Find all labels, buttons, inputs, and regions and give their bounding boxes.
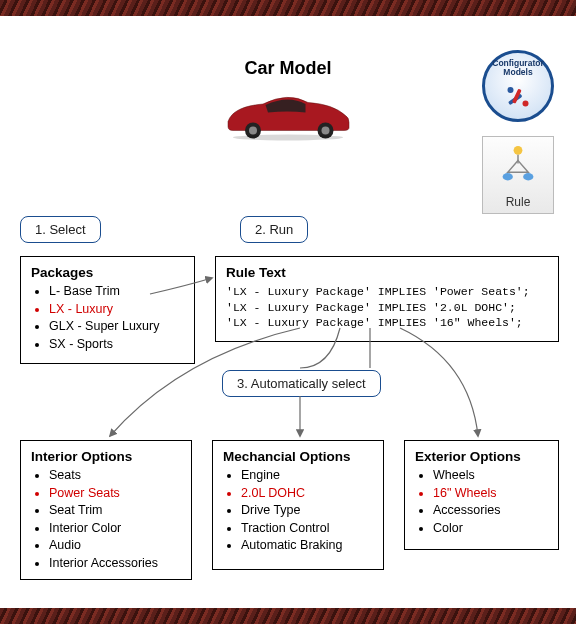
list-item: Wheels (433, 467, 548, 485)
mechanical-title: Mechancial Options (223, 449, 373, 464)
list-item: Power Seats (49, 485, 181, 503)
step-3-auto-select: 3. Automatically select (222, 370, 381, 397)
svg-point-12 (503, 173, 513, 180)
mechanical-list: Engine2.0L DOHCDrive TypeTraction Contro… (223, 467, 373, 555)
list-item: Automatic Braking (241, 537, 373, 555)
rule-text-title: Rule Text (226, 265, 548, 280)
list-item: 2.0L DOHC (241, 485, 373, 503)
list-item: Interior Accessories (49, 555, 181, 573)
list-item: Accessories (433, 502, 548, 520)
mechanical-options-box: Mechancial Options Engine2.0L DOHCDrive … (212, 440, 384, 570)
diagram-content: Car Model Configurator Models Ru (0, 16, 576, 608)
packages-box: Packages L- Base TrimLX - LuxuryGLX - Su… (20, 256, 195, 364)
rule-box: Rule (482, 136, 554, 214)
car-image (218, 86, 358, 142)
configurator-models-badge: Configurator Models (482, 50, 554, 122)
step-1-select: 1. Select (20, 216, 101, 243)
exterior-list: Wheels16" WheelsAccessoriesColor (415, 467, 548, 537)
step-2-run: 2. Run (240, 216, 308, 243)
list-item: 16" Wheels (433, 485, 548, 503)
tools-icon (503, 81, 533, 111)
top-texture-bar (0, 0, 576, 16)
svg-point-7 (508, 87, 514, 93)
rule-text-box: Rule Text 'LX - Luxury Package' IMPLIES … (215, 256, 559, 342)
list-item: Audio (49, 537, 181, 555)
svg-point-13 (523, 173, 533, 180)
list-item: Drive Type (241, 502, 373, 520)
exterior-title: Exterior Options (415, 449, 548, 464)
rule-text-code: 'LX - Luxury Package' IMPLIES 'Power Sea… (226, 284, 548, 331)
list-item: GLX - Super Luxury (49, 318, 184, 336)
list-item: Interior Color (49, 520, 181, 538)
svg-point-8 (523, 100, 529, 106)
packages-title: Packages (31, 265, 184, 280)
svg-point-3 (322, 127, 330, 135)
interior-options-box: Interior Options SeatsPower SeatsSeat Tr… (20, 440, 192, 580)
list-item: SX - Sports (49, 336, 184, 354)
list-item: Engine (241, 467, 373, 485)
rule-box-label: Rule (506, 195, 531, 209)
exterior-options-box: Exterior Options Wheels16" WheelsAccesso… (404, 440, 559, 550)
svg-point-4 (233, 135, 343, 141)
bottom-texture-bar (0, 608, 576, 624)
list-item: L- Base Trim (49, 283, 184, 301)
interior-title: Interior Options (31, 449, 181, 464)
rule-flow-icon (496, 143, 540, 187)
list-item: LX - Luxury (49, 301, 184, 319)
svg-point-1 (249, 127, 257, 135)
configurator-label: Configurator Models (485, 59, 551, 77)
list-item: Seats (49, 467, 181, 485)
list-item: Traction Control (241, 520, 373, 538)
interior-list: SeatsPower SeatsSeat TrimInterior ColorA… (31, 467, 181, 572)
packages-list: L- Base TrimLX - LuxuryGLX - Super Luxur… (31, 283, 184, 353)
list-item: Color (433, 520, 548, 538)
list-item: Seat Trim (49, 502, 181, 520)
svg-point-9 (514, 146, 523, 155)
